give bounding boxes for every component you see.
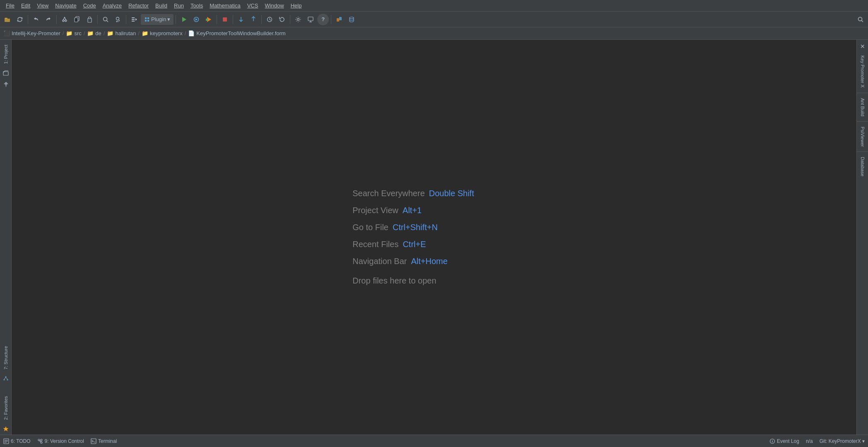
recent-files-label: Recent Files: [352, 240, 398, 249]
menu-mathematica[interactable]: Mathematica: [206, 1, 244, 10]
run-with-coverage-button[interactable]: [203, 14, 215, 25]
open-file-button[interactable]: [2, 14, 13, 25]
svg-point-50: [41, 442, 42, 443]
breadcrumb-kpx[interactable]: keypromoterx: [150, 30, 183, 36]
plugin-dropdown-button[interactable]: Plugin ▾: [141, 14, 174, 25]
stop-button[interactable]: [219, 14, 231, 25]
main-layout: 1: Project 7: Structure 2: Favorites Sea…: [0, 40, 868, 435]
svg-point-41: [7, 379, 8, 380]
help-button[interactable]: ?: [317, 14, 329, 25]
run-config-button[interactable]: [128, 14, 140, 25]
svg-line-43: [6, 377, 7, 379]
undo-button[interactable]: [30, 14, 42, 25]
editor-area[interactable]: Search Everywhere Double Shift Project V…: [12, 40, 856, 435]
menu-view[interactable]: View: [34, 1, 52, 10]
menu-edit[interactable]: Edit: [18, 1, 34, 10]
svg-marker-44: [3, 426, 8, 431]
close-right-panel-button[interactable]: ✕: [858, 41, 867, 51]
status-bar: 6: TODO 9: Version Control Terminal Even…: [0, 435, 868, 447]
history-button[interactable]: [264, 14, 275, 25]
svg-point-49: [38, 439, 40, 441]
svg-rect-26: [206, 19, 208, 21]
run-button[interactable]: [178, 14, 190, 25]
vcs-label: 9: Version Control: [45, 438, 84, 444]
svg-point-12: [116, 17, 119, 20]
menu-navigate[interactable]: Navigate: [52, 1, 80, 10]
drop-files-hint: Drop files here to open: [352, 276, 474, 286]
todo-tab[interactable]: 6: TODO: [3, 438, 31, 444]
folder-halirutan-icon: 📁: [107, 30, 113, 36]
menu-code[interactable]: Code: [80, 1, 99, 10]
breadcrumb-halirutan[interactable]: halirutan: [115, 30, 136, 36]
menu-build[interactable]: Build: [152, 1, 171, 10]
breadcrumb-de[interactable]: de: [95, 30, 101, 36]
shortcut-row-search: Search Everywhere Double Shift: [352, 189, 474, 198]
breadcrumb-src[interactable]: src: [74, 30, 81, 36]
sidebar-project-icon[interactable]: [1, 68, 11, 78]
project-icon: ⬛: [3, 30, 10, 36]
tab-key-promoter[interactable]: Key Promoter X: [858, 52, 867, 91]
svg-point-35: [350, 17, 354, 19]
menu-vcs[interactable]: VCS: [244, 1, 262, 10]
cut-button[interactable]: [59, 14, 70, 25]
search-everywhere-button[interactable]: [855, 14, 866, 25]
shortcut-row-project: Project View Alt+1: [352, 206, 474, 215]
folder-src-icon: 📁: [66, 30, 72, 36]
search-everywhere-label: Search Everywhere: [352, 189, 425, 198]
find-button[interactable]: [100, 14, 111, 25]
git-branch-label[interactable]: Git: KeyPromoterX ▾: [820, 438, 865, 444]
sidebar-item-structure[interactable]: 7: Structure: [2, 343, 10, 373]
menu-run[interactable]: Run: [171, 1, 187, 10]
revert-button[interactable]: [276, 14, 288, 25]
sidebar-item-favorites[interactable]: 2: Favorites: [2, 393, 10, 423]
svg-line-37: [862, 20, 863, 22]
sync-button[interactable]: [14, 14, 26, 25]
svg-rect-27: [223, 17, 227, 22]
svg-point-58: [772, 440, 772, 440]
menu-window[interactable]: Window: [261, 1, 287, 10]
breadcrumb-file[interactable]: KeyPromoterToolWindowBuilder.form: [196, 30, 285, 36]
status-left: 6: TODO 9: Version Control Terminal: [3, 438, 117, 444]
tab-database[interactable]: Database: [858, 154, 867, 180]
menu-analyze[interactable]: Analyze: [99, 1, 125, 10]
menu-bar: File Edit View Navigate Code Analyze Ref…: [0, 0, 868, 12]
settings-button[interactable]: [292, 14, 304, 25]
position-indicator: n/a: [806, 438, 813, 444]
database-button[interactable]: [346, 14, 357, 25]
svg-rect-34: [339, 17, 342, 20]
svg-marker-24: [195, 18, 198, 21]
terminal-label: Terminal: [98, 438, 117, 444]
menu-refactor[interactable]: Refactor: [125, 1, 152, 10]
sidebar-pin-icon[interactable]: [1, 79, 11, 89]
tab-psi-viewer[interactable]: PsiViewer: [858, 123, 867, 150]
sidebar-item-project[interactable]: 1: Project: [2, 41, 10, 67]
menu-tools[interactable]: Tools: [187, 1, 206, 10]
svg-rect-30: [308, 17, 313, 21]
breadcrumb-project[interactable]: Intellij-Key-Promoter: [12, 30, 60, 36]
terminal-tab[interactable]: Terminal: [91, 438, 117, 444]
sidebar-star-icon[interactable]: [1, 424, 11, 434]
svg-rect-15: [132, 19, 135, 20]
svg-rect-19: [147, 17, 149, 19]
vcs-commit-button[interactable]: [248, 14, 259, 25]
debug-button[interactable]: [190, 14, 202, 25]
svg-rect-16: [132, 21, 135, 22]
vcs-update-button[interactable]: [235, 14, 247, 25]
event-log-item[interactable]: Event Log: [769, 438, 799, 444]
svg-line-11: [107, 20, 108, 22]
svg-rect-14: [132, 17, 135, 18]
redo-button[interactable]: [43, 14, 54, 25]
sdk-button[interactable]: [305, 14, 316, 25]
add-module-button[interactable]: [333, 14, 345, 25]
copy-button[interactable]: [71, 14, 83, 25]
menu-file[interactable]: File: [2, 1, 18, 10]
svg-point-36: [858, 17, 862, 21]
svg-point-10: [104, 17, 107, 21]
menu-help[interactable]: Help: [287, 1, 305, 10]
sidebar-structure-icon[interactable]: [1, 374, 11, 384]
tab-ant-build[interactable]: Ant Build: [858, 95, 867, 120]
replace-button[interactable]: [112, 14, 124, 25]
vcs-tab[interactable]: 9: Version Control: [37, 438, 84, 444]
svg-rect-38: [3, 72, 8, 75]
paste-button[interactable]: [84, 14, 95, 25]
